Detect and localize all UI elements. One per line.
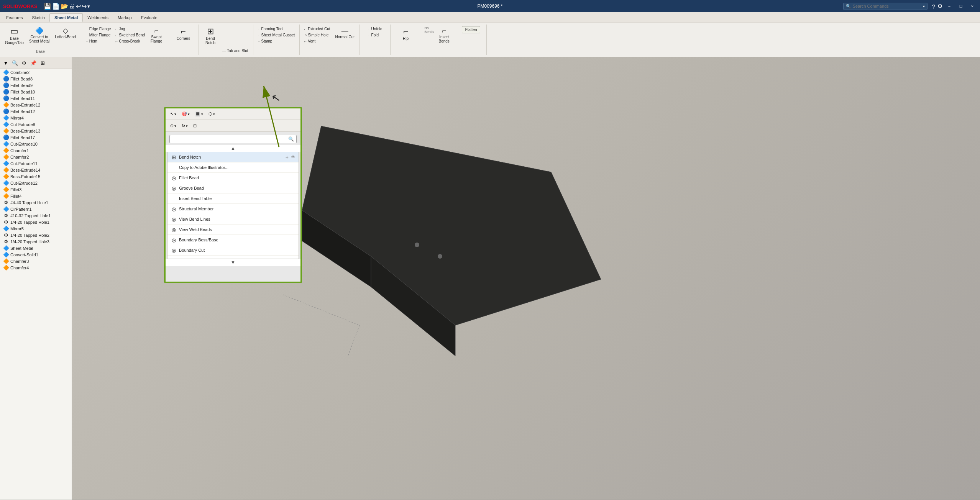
- vent-btn[interactable]: ⌐ Vent: [303, 38, 332, 44]
- corners-btn[interactable]: ⌐ Corners: [175, 26, 192, 42]
- search-tree-icon[interactable]: 🔍: [11, 59, 19, 67]
- unfold-btn[interactable]: ⌐ Unfold: [366, 26, 384, 32]
- rotate-dropdown[interactable]: ▾: [186, 124, 188, 128]
- cmd-item-copy-adobe[interactable]: Copy to Adobe Illustrator...: [167, 162, 299, 173]
- feature-440-tapped-hole1[interactable]: ⚙ #4-40 Tapped Hole1: [0, 199, 72, 206]
- convert-sheet-metal-btn[interactable]: 🔷 Convert toSheet Metal: [27, 26, 51, 44]
- tab-slot-btn[interactable]: — Tab and Slot: [220, 48, 250, 54]
- feature-fillet-bead11[interactable]: 🔵 Fillet Bead11: [0, 95, 72, 102]
- quick-access-new[interactable]: 📄: [52, 3, 60, 10]
- feature-fillet-bead12[interactable]: 🔵 Fillet Bead12: [0, 108, 72, 115]
- feature-1032-tapped-hole1[interactable]: ⚙ #10-32 Tapped Hole1: [0, 212, 72, 219]
- cursor-btn[interactable]: ↖ ▾: [169, 111, 178, 117]
- feature-chamfer1[interactable]: 🔶 Chamfer1: [0, 147, 72, 154]
- cmd-item-boundary-surface[interactable]: ◎ Boundary Surface: [167, 256, 299, 259]
- feature-fillet-bead10[interactable]: 🔵 Fillet Bead10: [0, 89, 72, 95]
- fold-btn[interactable]: ⌐ Fold: [366, 32, 384, 38]
- feature-boss-extrude12[interactable]: 🔶 Boss-Extrude12: [0, 102, 72, 108]
- settings-icon[interactable]: ⚙: [937, 3, 942, 10]
- feature-cut-extrude11[interactable]: 🔷 Cut-Extrude11: [0, 160, 72, 167]
- feature-cut-extrude8[interactable]: 🔷 Cut-Extrude8: [0, 121, 72, 128]
- lofted-bend-btn[interactable]: ◇ Lofted-Bend: [53, 26, 78, 40]
- quick-access-print[interactable]: 🖨: [69, 3, 75, 10]
- feature-chamfer2[interactable]: 🔶 Chamfer2: [0, 154, 72, 160]
- search-commands-input[interactable]: [853, 4, 923, 8]
- feature-chamfer3[interactable]: 🔶 Chamfer3: [0, 258, 72, 264]
- feature-mirror4[interactable]: 🔷 Mirror4: [0, 115, 72, 121]
- feature-mirror5[interactable]: 🔷 Mirror5: [0, 225, 72, 232]
- view-orient-dropdown[interactable]: ▾: [188, 112, 190, 116]
- quick-access-open[interactable]: 📂: [61, 3, 68, 10]
- cross-break-btn[interactable]: ⌐ Cross-Break: [114, 38, 146, 44]
- perspective-btn[interactable]: ⬡ ▾: [207, 111, 217, 117]
- miter-flange-btn[interactable]: ⌐ Miter Flange: [84, 32, 113, 38]
- cmd-item-bend-notch[interactable]: ⊞ Bend Notch + 👁: [167, 152, 299, 162]
- feature-boss-extrude15[interactable]: 🔶 Boss-Extrude15: [0, 173, 72, 180]
- feature-fillet-bead8[interactable]: 🔵 Fillet Bead8: [0, 75, 72, 82]
- feature-chamfer4[interactable]: 🔶 Chamfer4: [0, 264, 72, 271]
- bend-notch-btn[interactable]: ⊞ BendNotch: [202, 26, 219, 46]
- command-search-icon[interactable]: 🔍: [288, 136, 294, 142]
- tab-markup[interactable]: Markup: [113, 14, 136, 21]
- cmd-item-insert-bend-table[interactable]: Insert Bend Table: [167, 193, 299, 204]
- snap-btn[interactable]: ⊕ ▾: [169, 123, 178, 129]
- help-icon[interactable]: ?: [932, 3, 935, 10]
- cmd-item-structural-member[interactable]: ◎ Structural Member: [167, 204, 299, 214]
- sketched-bend-btn[interactable]: ⌐ Sketched Bend: [114, 32, 146, 38]
- simple-hole-btn[interactable]: ○ Simple Hole: [303, 32, 332, 38]
- close-btn[interactable]: ×: [968, 2, 977, 11]
- display-dropdown[interactable]: ▾: [201, 112, 203, 116]
- feature-cut-extrude12[interactable]: 🔷 Cut-Extrude12: [0, 180, 72, 186]
- search-dropdown-icon[interactable]: ▾: [923, 4, 925, 8]
- swept-flange-btn[interactable]: ⌐ SweptFlange: [148, 26, 165, 44]
- feature-fillet-bead17[interactable]: 🔵 Fillet Bead17: [0, 134, 72, 141]
- feature-1420-tapped-hole3[interactable]: ⚙ 1/4-20 Tapped Hole3: [0, 238, 72, 245]
- rotate-btn[interactable]: ↻ ▾: [180, 123, 189, 129]
- quick-access-redo[interactable]: ↪: [82, 3, 87, 10]
- cmd-item-groove-bead[interactable]: ◎ Groove Bead: [167, 183, 299, 193]
- extruded-cut-btn[interactable]: ⌐ Extruded Cut: [303, 26, 332, 32]
- bend-notch-eye-icon[interactable]: 👁: [291, 154, 295, 160]
- feature-cirpattern1[interactable]: 🔷 CirPattern1: [0, 206, 72, 212]
- tab-features[interactable]: Features: [2, 14, 27, 21]
- normal-cut-btn[interactable]: — Normal Cut: [333, 26, 357, 40]
- snap-dropdown[interactable]: ▾: [174, 124, 176, 128]
- perspective-dropdown[interactable]: ▾: [213, 112, 215, 116]
- forming-tool-btn[interactable]: ⌐ Forming Tool: [256, 26, 297, 32]
- tab-sketch[interactable]: Sketch: [27, 14, 49, 21]
- feature-fillet4[interactable]: 🔶 Fillet4: [0, 193, 72, 199]
- minimize-btn[interactable]: −: [945, 2, 954, 11]
- 3d-viewport[interactable]: ↖ ▾ 🎯 ▾ 🔳 ▾ ⬡ ▾ ⊕: [72, 57, 980, 500]
- base-gauge-tab-btn[interactable]: ▭ BaseGauge/Tab: [3, 26, 26, 46]
- feature-fillet-bead9[interactable]: 🔵 Fillet Bead9: [0, 82, 72, 89]
- cmd-item-fillet-bead[interactable]: ◎ Fillet Bead: [167, 173, 299, 183]
- gusset-btn[interactable]: ⌐ Sheet Metal Gusset: [256, 32, 297, 38]
- cmd-item-boundary-cut[interactable]: ◎ Boundary Cut: [167, 245, 299, 256]
- expand-icon[interactable]: ⊞: [38, 59, 47, 67]
- dropdown-scroll-down[interactable]: ▼: [166, 259, 300, 266]
- cmd-item-view-weld-beads[interactable]: ◎ View Weld Beads: [167, 225, 299, 235]
- dropdown-scroll-up[interactable]: ▲: [166, 145, 300, 152]
- stamp-btn[interactable]: ⌐ Stamp: [256, 38, 297, 44]
- tab-evaluate[interactable]: Evaluate: [136, 14, 162, 21]
- view-orient-btn[interactable]: 🎯 ▾: [180, 111, 191, 117]
- feature-sheet-metal[interactable]: 🔷 Sheet-Metal: [0, 245, 72, 251]
- quick-access-save[interactable]: 💾: [44, 3, 51, 10]
- jog-btn[interactable]: ⌐ Jog: [114, 26, 146, 32]
- display-style-btn[interactable]: 🔳 ▾: [194, 111, 205, 117]
- feature-fillet3[interactable]: 🔶 Fillet3: [0, 186, 72, 193]
- filter-icon[interactable]: ▼: [2, 59, 10, 67]
- maximize-btn[interactable]: □: [956, 2, 965, 11]
- search-commands-box[interactable]: 🔍 ▾: [843, 3, 927, 10]
- settings-tree-icon[interactable]: ⚙: [20, 59, 28, 67]
- section-btn[interactable]: ⊟: [192, 123, 198, 129]
- bend-notch-plus-icon[interactable]: +: [286, 154, 289, 160]
- feature-boss-extrude13[interactable]: 🔶 Boss-Extrude13: [0, 128, 72, 134]
- pin-icon[interactable]: 📌: [29, 59, 38, 67]
- tab-sheet-metal[interactable]: Sheet Metal: [49, 13, 83, 22]
- edge-flange-btn[interactable]: ⌐ Edge Flange: [84, 26, 113, 32]
- cursor-dropdown[interactable]: ▾: [174, 112, 176, 116]
- tab-weldments[interactable]: Weldments: [83, 14, 113, 21]
- feature-1420-tapped-hole2[interactable]: ⚙ 1/4-20 Tapped Hole2: [0, 232, 72, 238]
- cmd-item-boundary-boss[interactable]: ◎ Boundary Boss/Base: [167, 235, 299, 245]
